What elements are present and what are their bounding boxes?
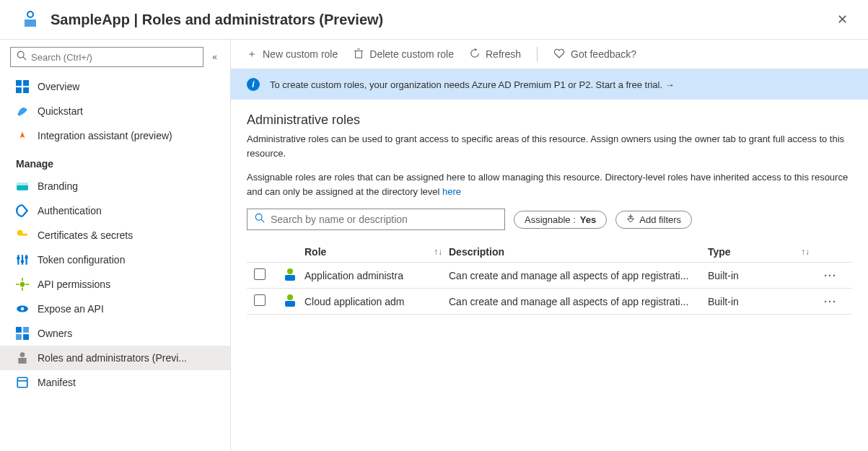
nav-label: Certificates & secrets [38,229,133,241]
feedback-button[interactable]: Got feedback? [553,48,636,61]
section-para1: Administrative roles can be used to gran… [247,132,852,160]
section-title: Administrative roles [247,113,852,128]
row-more-button[interactable]: ··· [816,270,845,281]
role-search[interactable] [247,209,505,230]
blade-header: SampleApp | Roles and administrators (Pr… [0,0,868,40]
row-checkbox[interactable] [254,294,266,306]
role-name: Application administra [304,270,427,281]
svg-point-17 [25,255,28,259]
nav-label: Authentication [38,205,102,216]
svg-marker-40 [628,219,634,222]
svg-point-43 [287,294,293,300]
heart-icon [553,48,565,61]
search-icon [17,51,27,64]
sidebar-item-api-permissions[interactable]: API permissions [0,272,230,297]
search-icon [255,213,265,226]
sidebar-search-input[interactable] [31,52,197,63]
quickstart-icon [16,105,29,118]
collapse-sidebar-button[interactable]: « [209,49,220,65]
assignable-filter-pill[interactable]: Assignable : Yes [514,211,607,229]
pill-label: Assignable : [525,214,576,225]
role-type: Built-in [708,296,794,307]
svg-point-15 [17,257,20,260]
new-custom-role-button[interactable]: ＋ New custom role [247,48,338,61]
svg-rect-26 [23,327,29,333]
svg-rect-28 [23,334,29,340]
grid-header: Role ↑↓ Description Type ↑↓ [247,242,852,263]
token-icon [16,253,29,266]
sidebar-item-roles-admins[interactable]: Roles and administrators (Previ... [0,346,230,370]
row-checkbox[interactable] [254,268,266,280]
info-text: To create custom roles, your organizatio… [270,79,675,90]
close-button[interactable]: ✕ [831,9,854,30]
sort-icon[interactable]: ↑↓ [427,247,449,257]
svg-rect-44 [285,301,295,307]
svg-point-2 [17,51,24,58]
manifest-icon [16,376,29,389]
row-more-button[interactable]: ··· [816,296,845,307]
toolbar: ＋ New custom role Delete custom role Ref… [231,40,868,69]
sidebar-item-integration-assistant[interactable]: Integration assistant (preview) [0,123,230,148]
sidebar-item-branding[interactable]: Branding [0,174,230,198]
nav-label: Owners [38,328,72,339]
svg-point-41 [287,268,293,274]
role-avatar-icon [283,267,304,284]
sidebar-item-token-config[interactable]: Token configuration [0,248,230,272]
page-title: SampleApp | Roles and administrators (Pr… [51,12,831,28]
col-type-header[interactable]: Type [708,246,731,258]
svg-rect-33 [356,51,362,58]
col-desc-header[interactable]: Description [449,246,504,258]
nav-label: API permissions [38,279,110,290]
svg-line-37 [261,219,264,222]
sidebar-item-authentication[interactable]: Authentication [0,198,230,223]
here-link[interactable]: here [442,186,461,197]
svg-point-16 [21,260,25,263]
svg-rect-25 [16,327,22,333]
info-bar: i To create custom roles, your organizat… [231,69,868,100]
section-para2: Assignable roles are roles that can be a… [247,170,852,198]
sidebar-item-certificates[interactable]: Certificates & secrets [0,223,230,248]
svg-rect-31 [17,377,27,387]
filter-icon [626,214,635,225]
refresh-button[interactable]: Refresh [470,48,521,61]
roles-grid: Role ↑↓ Description Type ↑↓ Application … [247,242,852,315]
table-row[interactable]: Application administra Can create and ma… [247,263,852,289]
sidebar-search[interactable] [10,47,203,67]
add-filters-button[interactable]: Add filters [615,211,692,229]
table-row[interactable]: Cloud application adm Can create and man… [247,289,852,315]
nav-label: Expose an API [38,303,104,315]
branding-icon [16,180,29,193]
sidebar-item-expose-api[interactable]: Expose an API [0,297,230,321]
nav-label: Quickstart [38,105,83,117]
sidebar-item-manifest[interactable]: Manifest [0,370,230,395]
role-name: Cloud application adm [304,296,427,307]
btn-label: Delete custom role [369,48,454,60]
roles-icon [16,351,29,364]
role-search-input[interactable] [271,214,497,225]
btn-label: Got feedback? [571,48,636,60]
btn-label: New custom role [263,48,338,60]
col-role-header[interactable]: Role [304,246,326,258]
role-description: Can create and manage all aspects of app… [449,296,708,307]
sidebar-section-manage: Manage [0,148,230,174]
btn-label: Refresh [486,48,521,60]
key-icon [16,229,29,242]
sidebar-item-owners[interactable]: Owners [0,321,230,346]
svg-rect-27 [16,334,22,340]
owners-icon [16,327,29,340]
app-logo-icon [22,11,39,28]
role-description: Can create and manage all aspects of app… [449,270,708,281]
main-content: ＋ New custom role Delete custom role Ref… [231,40,868,451]
overview-icon [16,80,29,93]
svg-line-3 [23,57,26,60]
expose-api-icon [16,302,29,315]
refresh-icon [470,48,480,61]
sidebar-item-overview[interactable]: Overview [0,74,230,99]
sort-icon[interactable]: ↑↓ [794,247,816,257]
api-perm-icon [16,278,29,291]
svg-point-18 [20,282,25,287]
nav-label: Overview [38,81,79,92]
role-type: Built-in [708,270,794,281]
sidebar-item-quickstart[interactable]: Quickstart [0,99,230,123]
delete-custom-role-button[interactable]: Delete custom role [354,48,454,61]
